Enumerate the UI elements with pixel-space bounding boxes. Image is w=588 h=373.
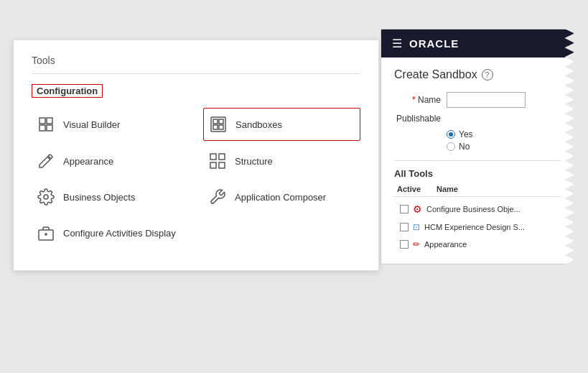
help-icon[interactable]: ? [482, 69, 493, 80]
hcm-icon: ⊡ [413, 222, 420, 232]
svg-rect-9 [210, 154, 216, 160]
oracle-logo: ORACLE [409, 37, 459, 50]
svg-rect-1 [47, 118, 52, 124]
hcm-name: HCM Experience Design S... [424, 223, 525, 231]
application-composer-label: Application Composer [235, 192, 326, 203]
business-objects-label: Business Objects [63, 192, 135, 203]
checkbox-appearance[interactable] [400, 240, 409, 249]
checkbox-configure-bo[interactable] [400, 205, 409, 213]
radio-yes-row[interactable]: Yes [447, 129, 561, 139]
radio-group: Yes No [447, 129, 561, 152]
radio-no-label: No [459, 142, 470, 152]
tools-table-header: Active Name [394, 185, 561, 197]
configure-bo-icon: ⚙ [413, 203, 422, 215]
radio-no-row[interactable]: No [447, 142, 561, 152]
configure-activities-label: Configure Activities Display [63, 228, 176, 239]
radio-yes-label: Yes [459, 129, 473, 139]
panel-divider [32, 73, 360, 74]
all-tools-label: All Tools [394, 168, 561, 179]
svg-rect-2 [39, 125, 45, 131]
menu-item-sandboxes[interactable]: Sandboxes [203, 108, 360, 141]
svg-rect-3 [47, 125, 52, 131]
menu-item-application-composer[interactable]: Application Composer [203, 181, 360, 213]
svg-rect-7 [213, 125, 218, 129]
name-form-row: * Name [394, 92, 561, 108]
grid-icon [36, 114, 56, 134]
header-active: Active [397, 185, 429, 193]
panel-title: Tools [32, 55, 360, 66]
oracle-header: ☰ ORACLE [381, 29, 574, 57]
menu-item-appearance[interactable]: Appearance [32, 145, 189, 177]
oracle-body: Create Sandbox ? * Name Publishable Yes … [381, 57, 574, 264]
name-input[interactable] [447, 92, 526, 108]
wrench-icon [207, 187, 228, 207]
appearance-row-icon: ✏ [413, 239, 420, 249]
svg-rect-5 [213, 119, 218, 124]
svg-rect-12 [219, 162, 225, 168]
required-star: * [412, 95, 416, 105]
configure-bo-name: Configure Business Obje... [426, 205, 521, 213]
section-label: Configuration [32, 84, 103, 98]
svg-point-13 [44, 195, 48, 199]
radio-yes-dot [447, 130, 455, 139]
gear-grid-icon [36, 187, 56, 207]
svg-rect-10 [219, 154, 225, 160]
svg-rect-11 [210, 162, 216, 168]
toolbox-icon [36, 223, 56, 243]
create-sandbox-label: Create Sandbox [394, 68, 477, 81]
header-name: Name [437, 185, 458, 193]
hamburger-icon[interactable]: ☰ [392, 37, 402, 50]
menu-grid: Visual Builder Sandboxes [32, 108, 360, 249]
oracle-panel: ☰ ORACLE Create Sandbox ? * Name Publish… [381, 29, 574, 264]
all-tools-section: All Tools Active Name ⚙ Configure Busine… [394, 160, 561, 253]
tools-row-hcm: ⊡ HCM Experience Design S... [394, 218, 561, 236]
pencil-icon [36, 151, 56, 171]
checkbox-hcm[interactable] [400, 223, 409, 231]
tools-row-configure-bo: ⚙ Configure Business Obje... [394, 200, 561, 218]
structure-icon [207, 151, 228, 171]
sandbox-icon [208, 114, 228, 134]
appearance-label: Appearance [63, 156, 113, 167]
menu-item-structure[interactable]: Structure [203, 145, 360, 177]
sandbox-title: Create Sandbox ? [394, 68, 561, 81]
publishable-form-row: Publishable [394, 114, 561, 124]
visual-builder-label: Visual Builder [63, 119, 120, 130]
menu-item-visual-builder[interactable]: Visual Builder [32, 108, 189, 141]
publishable-label: Publishable [394, 114, 441, 124]
svg-rect-8 [219, 125, 223, 129]
menu-item-business-objects[interactable]: Business Objects [32, 181, 189, 213]
svg-rect-0 [39, 118, 45, 124]
svg-rect-6 [219, 119, 223, 124]
name-label: * Name [394, 95, 441, 105]
radio-no-dot [447, 142, 455, 151]
tools-row-appearance: ✏ Appearance [394, 236, 561, 253]
appearance-row-name: Appearance [424, 240, 467, 249]
sandboxes-label: Sandboxes [235, 119, 282, 130]
tools-panel: Tools Configuration Visual Builder [13, 40, 379, 271]
structure-label: Structure [235, 156, 273, 167]
menu-item-configure-activities[interactable]: Configure Activities Display [32, 217, 189, 249]
